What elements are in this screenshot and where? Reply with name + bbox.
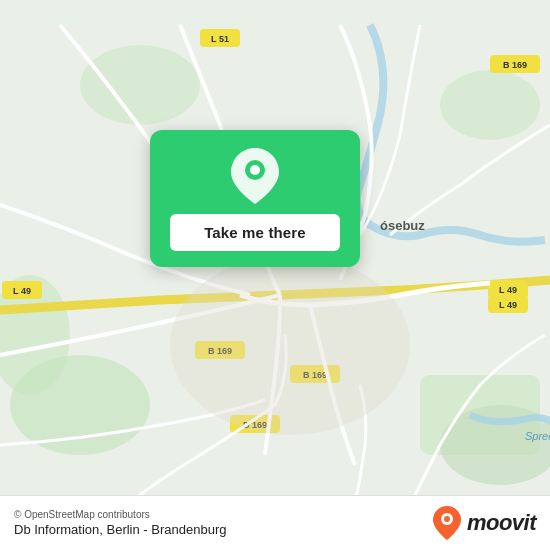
svg-text:L 49: L 49 <box>13 286 31 296</box>
svg-point-25 <box>170 255 410 435</box>
svg-point-27 <box>250 165 260 175</box>
bottom-left-info: © OpenStreetMap contributors Db Informat… <box>14 509 226 537</box>
svg-text:L 51: L 51 <box>211 34 229 44</box>
svg-point-29 <box>444 516 450 522</box>
svg-text:L 49: L 49 <box>499 285 517 295</box>
moovit-pin-icon <box>433 506 461 540</box>
svg-point-6 <box>440 70 540 140</box>
svg-text:ósebuz: ósebuz <box>380 218 425 233</box>
svg-text:L 49: L 49 <box>499 300 517 310</box>
moovit-logo: moovit <box>433 506 536 540</box>
osm-attribution: © OpenStreetMap contributors <box>14 509 226 520</box>
map-background: B 169 B 169 B 169 L 49 L 49 L 51 B 169 L… <box>0 0 550 550</box>
svg-point-5 <box>80 45 200 125</box>
location-title: Db Information, Berlin - Brandenburg <box>14 522 226 537</box>
map-pin-icon <box>231 148 279 204</box>
svg-text:Spree: Spree <box>525 430 550 442</box>
moovit-brand-text: moovit <box>467 510 536 536</box>
location-card: Take me there <box>150 130 360 267</box>
take-me-there-button[interactable]: Take me there <box>170 214 340 251</box>
svg-text:B 169: B 169 <box>503 60 527 70</box>
map-container: B 169 B 169 B 169 L 49 L 49 L 51 B 169 L… <box>0 0 550 550</box>
bottom-bar: © OpenStreetMap contributors Db Informat… <box>0 495 550 550</box>
